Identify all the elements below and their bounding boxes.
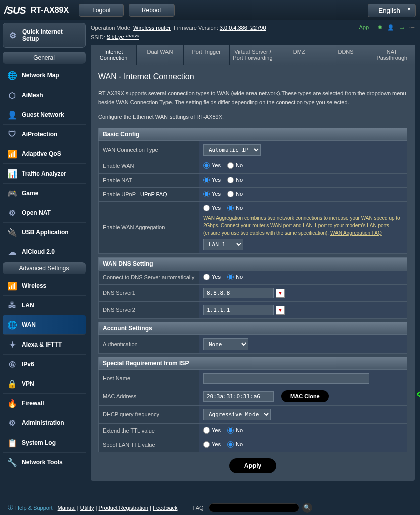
enable-nat-yes[interactable]: Yes xyxy=(203,177,221,183)
ttl-spoof-label: Spoof LAN TTL value xyxy=(99,438,199,452)
enable-upnp-label: Enable UPnP UPnP FAQ xyxy=(99,187,199,201)
nav-icon: 🌐 xyxy=(7,319,18,330)
usb-icon[interactable]: ⊶ xyxy=(409,24,415,31)
app-link[interactable]: App xyxy=(359,24,369,31)
nav-item-game[interactable]: 🎮Game xyxy=(3,184,86,203)
tab-dmz[interactable]: DMZ xyxy=(276,45,322,65)
enable-upnp-no[interactable]: No xyxy=(227,191,243,197)
ttl-spoof-no[interactable]: No xyxy=(227,441,243,448)
manual-link[interactable]: Manual xyxy=(58,505,76,511)
enable-wan-yes[interactable]: Yes xyxy=(203,162,221,169)
nav-item-administration[interactable]: ⚙Administration xyxy=(3,413,86,433)
enable-agg-yes[interactable]: Yes xyxy=(203,205,221,211)
nav-item-ipv6[interactable]: ⑥IPv6 xyxy=(3,355,86,374)
nav-item-aicloud-2-0[interactable]: ☁AiCloud 2.0 xyxy=(3,242,86,262)
ttl-spoof-yes[interactable]: Yes xyxy=(203,441,221,448)
fw-link[interactable]: 3.0.0.4.386_22790 xyxy=(220,25,266,31)
account-header: Account Settings xyxy=(98,322,407,335)
page-desc-1: RT-AX89X supports several connection typ… xyxy=(98,89,407,107)
nav-icon: 🔥 xyxy=(7,398,18,409)
enable-agg-no[interactable]: No xyxy=(227,205,243,211)
status-line-1: Operation Mode: Wireless router Firmware… xyxy=(91,23,415,32)
nav-item-system-log[interactable]: 📋System Log xyxy=(3,433,86,453)
tab-nat-passthrough[interactable]: NAT Passthrough xyxy=(369,45,415,65)
nav-item-network-map[interactable]: 🌐Network Map xyxy=(3,66,86,85)
reboot-button[interactable]: Reboot xyxy=(129,4,175,17)
enable-nat-label: Enable NAT xyxy=(99,173,199,187)
help-support-link[interactable]: Help & Support xyxy=(15,505,53,511)
tab-internet-connection[interactable]: Internet Connection xyxy=(91,45,137,65)
agg-hint: WAN Aggregation combines two network con… xyxy=(203,214,403,237)
dhcp-freq-select[interactable]: Aggressive Mode xyxy=(203,409,271,420)
utility-link[interactable]: Utility xyxy=(80,505,94,511)
user-icon[interactable]: 👤 xyxy=(387,24,394,31)
nav-item-traffic-analyzer[interactable]: 📊Traffic Analyzer xyxy=(3,164,86,184)
ttl-extend-yes[interactable]: Yes xyxy=(203,427,221,434)
enable-nat-no[interactable]: No xyxy=(227,177,243,183)
wan-type-select[interactable]: Automatic IP xyxy=(203,144,261,156)
enable-agg-label: Enable WAN Aggregation xyxy=(99,201,199,253)
nav-icon: ⑥ xyxy=(7,359,18,370)
dns2-dropdown[interactable] xyxy=(276,306,285,315)
dns1-input[interactable] xyxy=(203,288,274,298)
main-content: Operation Mode: Wireless router Firmware… xyxy=(88,20,420,500)
model-label: RT-AX89X xyxy=(31,6,69,15)
op-mode-link[interactable]: Wireless router xyxy=(133,25,171,31)
mac-label: MAC Address xyxy=(99,387,199,405)
logout-button[interactable]: Logout xyxy=(79,4,124,17)
page-desc-2: Configure the Ethernet WAN settings of R… xyxy=(98,113,407,122)
nav-item-wan[interactable]: 🌐WAN xyxy=(3,315,86,335)
enable-wan-no[interactable]: No xyxy=(227,162,243,169)
nav-item-lan[interactable]: 🖧LAN xyxy=(3,296,86,315)
reg-link[interactable]: Product Registration xyxy=(99,505,149,511)
upnp-faq-link[interactable]: UPnP FAQ xyxy=(140,191,167,197)
dns1-dropdown[interactable] xyxy=(276,289,285,298)
nav-item-wireless[interactable]: 📶Wireless xyxy=(3,276,86,296)
sidebar: ⚙ Quick Internet Setup General 🌐Network … xyxy=(0,20,88,500)
enable-upnp-yes[interactable]: Yes xyxy=(203,191,221,197)
advanced-header: Advanced Settings xyxy=(3,262,86,274)
dns-auto-no[interactable]: No xyxy=(227,274,243,280)
nav-icon: 📊 xyxy=(7,168,18,179)
basic-config-header: Basic Config xyxy=(98,128,407,141)
nav-icon: 🔧 xyxy=(7,457,18,468)
faq-search[interactable] xyxy=(209,503,299,512)
dhcp-freq-label: DHCP query frequency xyxy=(99,405,199,423)
nav-item-firewall[interactable]: 🔥Firewall xyxy=(3,394,86,413)
gear-icon[interactable]: ✺ xyxy=(378,24,382,31)
feedback-link[interactable]: Feedback xyxy=(153,505,177,511)
nav-icon: 📶 xyxy=(7,148,18,159)
nav-item-usb-application[interactable]: 🔌USB Application xyxy=(3,223,86,242)
dns-auto-yes[interactable]: Yes xyxy=(203,274,221,280)
tab-port-trigger[interactable]: Port Trigger xyxy=(184,45,230,65)
dns2-input[interactable] xyxy=(203,305,274,315)
nav-item-vpn[interactable]: 🔒VPN xyxy=(3,374,86,394)
host-input[interactable] xyxy=(203,373,369,384)
nav-item-open-nat[interactable]: ⚙Open NAT xyxy=(3,203,86,223)
ttl-extend-no[interactable]: No xyxy=(227,427,243,434)
auth-select[interactable]: None xyxy=(203,338,248,350)
apply-button[interactable]: Apply xyxy=(229,458,276,473)
nav-item-aimesh[interactable]: ⬡AiMesh xyxy=(3,85,86,105)
mac-input[interactable] xyxy=(203,391,274,402)
tab-dual-wan[interactable]: Dual WAN xyxy=(137,45,183,65)
faq-search-go[interactable]: 🔍 xyxy=(302,503,312,513)
nav-item-guest-network[interactable]: 👤Guest Network xyxy=(3,105,86,125)
agg-port-select[interactable]: LAN 1 xyxy=(203,239,243,250)
help-icon: ⓘ xyxy=(8,504,13,511)
nav-item-aiprotection[interactable]: 🛡AiProtection xyxy=(3,125,86,144)
nav-item-alexa-ifttt[interactable]: ✦Alexa & IFTTT xyxy=(3,335,86,355)
nav-icon: ☁ xyxy=(7,246,18,258)
nav-icon: ⚙ xyxy=(7,417,18,428)
tab-virtual-server-port-forwarding[interactable]: Virtual Server / Port Forwarding xyxy=(230,45,276,65)
language-select[interactable]: English xyxy=(368,4,416,17)
ssid-link[interactable]: SibEye ꜜ⁹²⁴⁽²ⁿ xyxy=(107,34,139,40)
tab-ddns[interactable]: DDNS xyxy=(322,45,369,65)
nav-item-adaptive-qos[interactable]: 📶Adaptive QoS xyxy=(3,144,86,164)
mac-clone-button[interactable]: MAC Clone xyxy=(281,390,329,402)
quick-internet-setup[interactable]: ⚙ Quick Internet Setup xyxy=(3,23,86,48)
agg-faq-link[interactable]: WAN Aggregation FAQ xyxy=(330,230,382,236)
page-title: WAN - Internet Connection xyxy=(98,72,407,81)
nav-item-network-tools[interactable]: 🔧Network Tools xyxy=(3,453,86,472)
screen-icon[interactable]: ▭ xyxy=(399,24,404,31)
